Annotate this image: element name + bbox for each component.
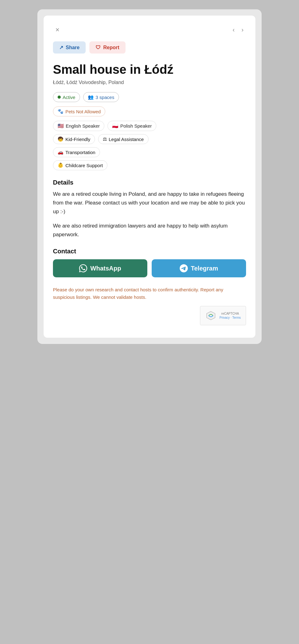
telegram-label: Telegram [191, 265, 218, 272]
active-dot [58, 96, 61, 99]
transportation-label: Transportation [65, 150, 95, 155]
details-text-1: We are a retired couple living in Poland… [53, 190, 246, 216]
contact-section: Contact WhatsApp Telegram [53, 248, 246, 277]
whatsapp-icon [79, 264, 87, 272]
share-button[interactable]: Share [53, 41, 86, 54]
recaptcha-box: reCAPTCHA Privacy · Terms [200, 306, 246, 325]
feature-tags-row-1: 🧒 Kid-Friendly ⚖ Legal Assistance [53, 134, 246, 144]
privacy-terms[interactable]: Privacy · Terms [220, 316, 241, 319]
recaptcha-label: reCAPTCHA [221, 312, 239, 315]
tags-section: 🇺🇸 English Speaker 🇵🇱 Polish Speaker 🧒 K… [53, 121, 246, 170]
child-icon: 👶 [58, 162, 64, 168]
close-button[interactable]: × [53, 25, 62, 35]
status-active-badge: Active [53, 92, 80, 102]
pets-icon: 🐾 [58, 109, 64, 114]
car-icon: 🚗 [58, 149, 64, 155]
active-label: Active [63, 95, 75, 100]
english-speaker-label: English Speaker [66, 123, 100, 129]
share-label: Share [66, 45, 79, 50]
telegram-icon [180, 264, 188, 272]
kid-friendly-label: Kid-Friendly [65, 137, 90, 142]
listing-location: Łódź, Łódź Voivodeship, Poland [53, 80, 246, 85]
details-title: Details [53, 179, 246, 186]
recaptcha-text: reCAPTCHA Privacy · Terms [220, 312, 241, 319]
action-buttons: Share 🛡 Report [53, 41, 246, 54]
legal-assistance-badge: ⚖ Legal Assistance [98, 134, 149, 144]
report-icon: 🛡 [96, 45, 101, 50]
report-label: Report [103, 45, 119, 50]
disclaimer-text: Please do your own research and contact … [53, 286, 246, 301]
footer-bar: reCAPTCHA Privacy · Terms [53, 304, 246, 325]
modal-wrapper: × ‹ › Share 🛡 Report Small house in Łódź… [37, 9, 262, 344]
details-text-2: We are also retired immigration lawyers … [53, 222, 246, 239]
us-flag-icon: 🇺🇸 [58, 123, 64, 129]
feature-tags-row-3: 👶 Childcare Support [53, 160, 246, 170]
spaces-label: 3 spaces [96, 95, 114, 100]
transportation-badge: 🚗 Transportation [53, 147, 100, 157]
kid-friendly-badge: 🧒 Kid-Friendly [53, 134, 95, 144]
report-button[interactable]: 🛡 Report [89, 41, 126, 54]
childcare-label: Childcare Support [65, 163, 103, 168]
share-icon [59, 45, 63, 50]
nav-buttons: ‹ › [230, 25, 246, 35]
whatsapp-button[interactable]: WhatsApp [53, 259, 147, 277]
privacy-label[interactable]: Privacy [220, 316, 230, 319]
next-button[interactable]: › [239, 25, 246, 35]
contact-title: Contact [53, 248, 246, 255]
language-tags-row: 🇺🇸 English Speaker 🇵🇱 Polish Speaker [53, 121, 246, 131]
listing-title: Small house in Łódź [53, 62, 246, 77]
polish-speaker-label: Polish Speaker [120, 123, 152, 129]
spaces-badge: 👥 3 spaces [83, 92, 119, 102]
recaptcha-icon [205, 310, 216, 321]
polish-speaker-badge: 🇵🇱 Polish Speaker [107, 121, 156, 131]
status-badges: Active 👥 3 spaces [53, 92, 246, 102]
pets-label: Pets Not Allowed [65, 109, 101, 114]
pl-flag-icon: 🇵🇱 [112, 123, 118, 129]
pets-badge: 🐾 Pets Not Allowed [53, 106, 105, 116]
terms-label[interactable]: Terms [232, 316, 241, 319]
kid-icon: 🧒 [58, 136, 64, 142]
english-speaker-badge: 🇺🇸 English Speaker [53, 121, 104, 131]
childcare-badge: 👶 Childcare Support [53, 160, 107, 170]
whatsapp-label: WhatsApp [90, 265, 121, 272]
pets-badge-row: 🐾 Pets Not Allowed [53, 106, 246, 116]
feature-tags-row-2: 🚗 Transportation [53, 147, 246, 157]
telegram-button[interactable]: Telegram [152, 259, 246, 277]
legal-icon: ⚖ [103, 136, 107, 142]
spaces-icon: 👥 [88, 94, 94, 100]
prev-button[interactable]: ‹ [230, 25, 237, 35]
contact-buttons: WhatsApp Telegram [53, 259, 246, 277]
modal-top-bar: × ‹ › [53, 25, 246, 35]
modal-card: × ‹ › Share 🛡 Report Small house in Łódź… [44, 16, 255, 338]
legal-assistance-label: Legal Assistance [109, 137, 144, 142]
